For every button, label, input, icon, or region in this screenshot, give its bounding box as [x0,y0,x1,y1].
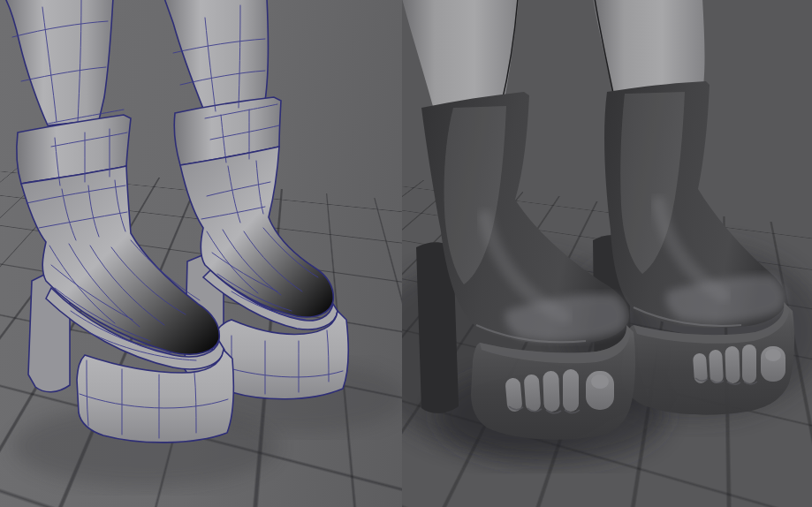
right-leg-mesh [164,0,269,113]
shaded-xray-viewport[interactable] [402,0,812,507]
wireframe-viewport[interactable] [0,0,402,507]
left-leg-shaded-group [402,0,635,440]
viewport-split [0,0,812,507]
left-leg-skin [402,0,519,110]
left-leg-mesh [5,0,113,125]
wireframe-render [0,0,402,507]
xray-render [402,0,812,507]
